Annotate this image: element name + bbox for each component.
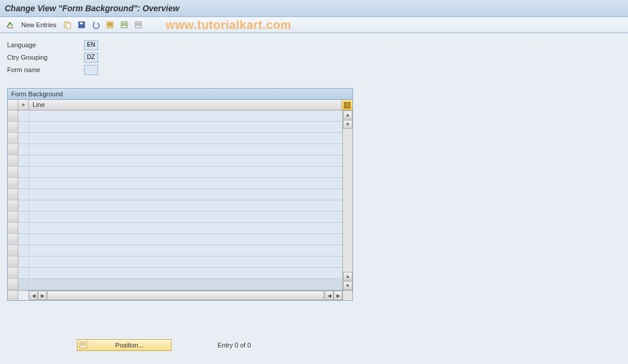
- row-selector[interactable]: [8, 200, 18, 211]
- row-plus-cell[interactable]: [18, 212, 29, 222]
- save-icon[interactable]: [76, 20, 87, 30]
- scroll-down2-icon[interactable]: ▼: [343, 281, 352, 290]
- scroll-right2-icon[interactable]: ▶: [334, 291, 342, 300]
- row-selector[interactable]: [8, 245, 18, 256]
- row-line-cell[interactable]: [29, 167, 342, 177]
- row-plus-cell[interactable]: [18, 234, 29, 245]
- table-row[interactable]: [8, 122, 342, 133]
- table-header-selector[interactable]: [8, 100, 18, 110]
- row-selector[interactable]: [8, 133, 18, 144]
- table-config-icon[interactable]: [342, 100, 352, 110]
- row-line-cell[interactable]: [29, 122, 342, 132]
- row-line-cell[interactable]: [29, 200, 342, 211]
- scroll-down-icon[interactable]: ▼: [343, 120, 352, 129]
- row-line-cell[interactable]: [29, 133, 342, 144]
- hscroll-corner: [8, 291, 18, 300]
- form-name-field[interactable]: [84, 65, 98, 75]
- table-row[interactable]: [8, 268, 342, 279]
- table-row[interactable]: [8, 167, 342, 178]
- row-line-cell[interactable]: [29, 189, 342, 200]
- select-block-icon[interactable]: [119, 20, 130, 30]
- horizontal-scrollbar[interactable]: ◀ ▶ ◀ ▶: [8, 290, 352, 300]
- table-header-row: + Line: [8, 100, 352, 110]
- row-plus-cell[interactable]: [18, 200, 29, 211]
- scroll-up-icon[interactable]: ▲: [343, 110, 352, 119]
- row-plus-cell[interactable]: [18, 144, 29, 155]
- table-row[interactable]: [8, 212, 342, 223]
- row-line-cell[interactable]: [29, 144, 342, 155]
- row-plus-cell[interactable]: [18, 268, 29, 278]
- language-field[interactable]: EN: [84, 40, 98, 50]
- undo-icon[interactable]: [90, 20, 101, 30]
- scroll-up2-icon[interactable]: ▲: [343, 272, 352, 281]
- row-selector[interactable]: [8, 155, 18, 166]
- row-line-cell[interactable]: [29, 110, 342, 121]
- position-button[interactable]: Position...: [77, 339, 171, 351]
- row-line-cell[interactable]: [29, 212, 342, 222]
- row-selector[interactable]: [8, 279, 18, 290]
- table-header-plus[interactable]: +: [18, 100, 29, 110]
- table-row[interactable]: [8, 223, 342, 234]
- row-selector[interactable]: [8, 212, 18, 222]
- svg-rect-1: [66, 23, 70, 28]
- row-selector[interactable]: [8, 178, 18, 188]
- row-line-cell[interactable]: [29, 223, 342, 233]
- row-plus-cell[interactable]: [18, 189, 29, 200]
- row-plus-cell[interactable]: [18, 155, 29, 166]
- row-selector[interactable]: [8, 110, 18, 121]
- vertical-scrollbar[interactable]: ▲ ▼ ▲ ▼: [342, 110, 352, 290]
- row-plus-cell[interactable]: [18, 245, 29, 256]
- deselect-all-icon[interactable]: [133, 20, 144, 30]
- hscroll-thumb[interactable]: [47, 291, 324, 300]
- table-row[interactable]: [8, 245, 342, 256]
- scroll-right-icon[interactable]: ▶: [38, 291, 47, 300]
- ctry-grouping-field[interactable]: DZ: [84, 53, 98, 63]
- table-row[interactable]: [8, 110, 342, 122]
- scroll-left-icon[interactable]: ◀: [29, 291, 38, 300]
- row-line-cell[interactable]: [29, 256, 342, 267]
- row-plus-cell[interactable]: [18, 256, 29, 267]
- table-row[interactable]: [8, 189, 342, 200]
- row-selector[interactable]: [8, 122, 18, 132]
- row-line-cell[interactable]: [29, 245, 342, 256]
- svg-rect-7: [108, 24, 112, 25]
- row-selector[interactable]: [8, 223, 18, 233]
- table-row[interactable]: [8, 133, 342, 144]
- table-row[interactable]: [8, 279, 342, 290]
- row-line-cell[interactable]: [29, 234, 342, 245]
- row-plus-cell[interactable]: [18, 110, 29, 121]
- row-selector[interactable]: [8, 189, 18, 200]
- table-row[interactable]: [8, 144, 342, 155]
- row-plus-cell[interactable]: [18, 133, 29, 144]
- toggle-icon[interactable]: [5, 20, 15, 30]
- row-selector[interactable]: [8, 167, 18, 177]
- table-header-line[interactable]: Line: [29, 100, 342, 110]
- row-plus-cell[interactable]: [18, 167, 29, 177]
- select-all-icon[interactable]: [105, 20, 115, 30]
- row-selector[interactable]: [8, 234, 18, 245]
- svg-rect-15: [136, 24, 141, 25]
- row-line-cell[interactable]: [29, 268, 342, 278]
- row-selector[interactable]: [8, 256, 18, 267]
- row-plus-cell[interactable]: [18, 279, 29, 290]
- table-row[interactable]: [8, 178, 342, 189]
- copy-icon[interactable]: [62, 20, 73, 30]
- new-entries-button[interactable]: New Entries: [19, 20, 59, 30]
- svg-rect-19: [344, 106, 347, 108]
- table-row[interactable]: [8, 256, 342, 268]
- row-plus-cell[interactable]: [18, 122, 29, 132]
- row-line-cell[interactable]: [29, 178, 342, 188]
- table-row[interactable]: [8, 200, 342, 212]
- row-plus-cell[interactable]: [18, 178, 29, 188]
- row-plus-cell[interactable]: [18, 223, 29, 233]
- scroll-left2-icon[interactable]: ◀: [325, 291, 334, 300]
- svg-rect-16: [136, 25, 141, 26]
- table-row[interactable]: [8, 234, 342, 245]
- row-selector[interactable]: [8, 144, 18, 155]
- table-row[interactable]: [8, 155, 342, 167]
- form-area: Language EN Ctry Grouping DZ Form name: [0, 33, 628, 80]
- hscroll-spacer: [18, 291, 29, 300]
- row-line-cell[interactable]: [29, 279, 342, 290]
- row-line-cell[interactable]: [29, 155, 342, 166]
- row-selector[interactable]: [8, 268, 18, 278]
